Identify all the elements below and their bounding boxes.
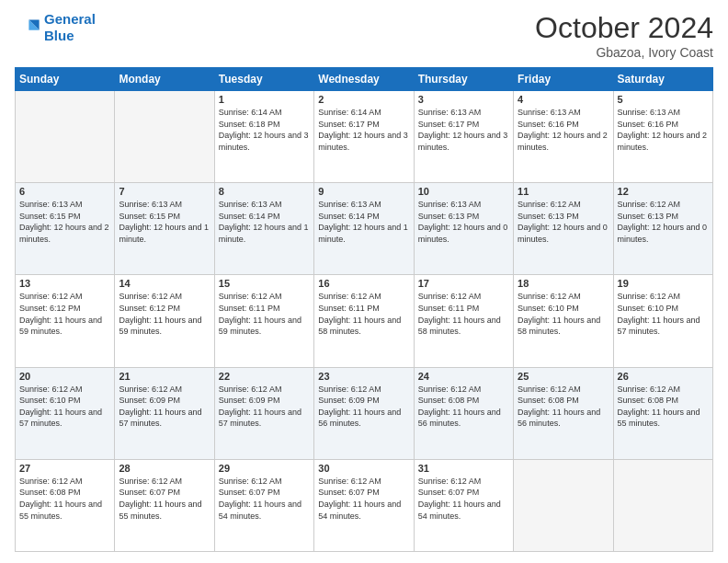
calendar-week-row: 27Sunrise: 6:12 AMSunset: 6:08 PMDayligh… (16, 459, 713, 551)
day-number: 29 (219, 463, 310, 474)
day-number: 5 (618, 94, 709, 105)
header: General Blue October 2024 Gbazoa, Ivory … (15, 11, 713, 60)
day-number: 11 (518, 186, 609, 197)
calendar-cell: 10Sunrise: 6:13 AMSunset: 6:13 PMDayligh… (414, 183, 513, 275)
calendar-cell: 12Sunrise: 6:12 AMSunset: 6:13 PMDayligh… (613, 183, 712, 275)
calendar-cell: 3Sunrise: 6:13 AMSunset: 6:17 PMDaylight… (414, 91, 513, 183)
cell-details: Sunrise: 6:12 AMSunset: 6:09 PMDaylight:… (318, 384, 409, 430)
cell-details: Sunrise: 6:12 AMSunset: 6:12 PMDaylight:… (19, 291, 110, 337)
cell-details: Sunrise: 6:12 AMSunset: 6:07 PMDaylight:… (418, 476, 509, 522)
day-number: 6 (19, 186, 110, 197)
calendar-week-row: 20Sunrise: 6:12 AMSunset: 6:10 PMDayligh… (16, 367, 713, 459)
logo-general: General (44, 11, 96, 27)
calendar-cell: 22Sunrise: 6:12 AMSunset: 6:09 PMDayligh… (214, 367, 313, 459)
day-number: 2 (318, 94, 409, 105)
day-number: 31 (418, 463, 509, 474)
cell-details: Sunrise: 6:12 AMSunset: 6:13 PMDaylight:… (618, 199, 709, 245)
calendar-cell: 27Sunrise: 6:12 AMSunset: 6:08 PMDayligh… (16, 459, 115, 551)
cell-details: Sunrise: 6:12 AMSunset: 6:07 PMDaylight:… (318, 476, 409, 522)
calendar-cell: 24Sunrise: 6:12 AMSunset: 6:08 PMDayligh… (414, 367, 513, 459)
day-number: 10 (418, 186, 509, 197)
calendar-week-row: 1Sunrise: 6:14 AMSunset: 6:18 PMDaylight… (16, 91, 713, 183)
calendar-header-saturday: Saturday (613, 68, 712, 91)
day-number: 27 (19, 463, 110, 474)
calendar-header-monday: Monday (115, 68, 214, 91)
calendar-cell: 31Sunrise: 6:12 AMSunset: 6:07 PMDayligh… (414, 459, 513, 551)
cell-details: Sunrise: 6:14 AMSunset: 6:18 PMDaylight:… (219, 107, 310, 153)
day-number: 12 (618, 186, 709, 197)
cell-details: Sunrise: 6:12 AMSunset: 6:09 PMDaylight:… (219, 384, 310, 430)
calendar-cell: 1Sunrise: 6:14 AMSunset: 6:18 PMDaylight… (214, 91, 313, 183)
day-number: 25 (518, 371, 609, 382)
cell-details: Sunrise: 6:13 AMSunset: 6:16 PMDaylight:… (518, 107, 609, 153)
day-number: 7 (119, 186, 210, 197)
cell-details: Sunrise: 6:14 AMSunset: 6:17 PMDaylight:… (318, 107, 409, 153)
cell-details: Sunrise: 6:12 AMSunset: 6:11 PMDaylight:… (219, 291, 310, 337)
calendar-header-wednesday: Wednesday (314, 68, 414, 91)
calendar-cell: 20Sunrise: 6:12 AMSunset: 6:10 PMDayligh… (16, 367, 115, 459)
day-number: 16 (318, 278, 409, 289)
month-title: October 2024 (535, 11, 713, 45)
page: General Blue October 2024 Gbazoa, Ivory … (0, 0, 728, 563)
day-number: 19 (618, 278, 709, 289)
calendar-cell: 26Sunrise: 6:12 AMSunset: 6:08 PMDayligh… (613, 367, 712, 459)
logo-blue: Blue (44, 28, 74, 43)
calendar-cell: 14Sunrise: 6:12 AMSunset: 6:12 PMDayligh… (115, 275, 214, 367)
calendar-cell (613, 459, 712, 551)
calendar-cell: 13Sunrise: 6:12 AMSunset: 6:12 PMDayligh… (16, 275, 115, 367)
cell-details: Sunrise: 6:12 AMSunset: 6:10 PMDaylight:… (19, 384, 110, 430)
day-number: 3 (418, 94, 509, 105)
calendar-cell: 19Sunrise: 6:12 AMSunset: 6:10 PMDayligh… (613, 275, 712, 367)
day-number: 22 (219, 371, 310, 382)
day-number: 18 (518, 278, 609, 289)
calendar-cell: 30Sunrise: 6:12 AMSunset: 6:07 PMDayligh… (314, 459, 414, 551)
calendar-header-tuesday: Tuesday (214, 68, 313, 91)
calendar-week-row: 13Sunrise: 6:12 AMSunset: 6:12 PMDayligh… (16, 275, 713, 367)
cell-details: Sunrise: 6:12 AMSunset: 6:09 PMDaylight:… (119, 384, 210, 430)
day-number: 28 (119, 463, 210, 474)
cell-details: Sunrise: 6:13 AMSunset: 6:15 PMDaylight:… (119, 199, 210, 245)
calendar-cell: 23Sunrise: 6:12 AMSunset: 6:09 PMDayligh… (314, 367, 414, 459)
cell-details: Sunrise: 6:12 AMSunset: 6:08 PMDaylight:… (618, 384, 709, 430)
day-number: 24 (418, 371, 509, 382)
day-number: 30 (318, 463, 409, 474)
calendar-cell (115, 91, 214, 183)
day-number: 14 (119, 278, 210, 289)
logo-text: General Blue (44, 11, 96, 44)
cell-details: Sunrise: 6:12 AMSunset: 6:07 PMDaylight:… (119, 476, 210, 522)
calendar-header-friday: Friday (514, 68, 613, 91)
cell-details: Sunrise: 6:12 AMSunset: 6:08 PMDaylight:… (518, 384, 609, 430)
calendar-cell: 21Sunrise: 6:12 AMSunset: 6:09 PMDayligh… (115, 367, 214, 459)
cell-details: Sunrise: 6:12 AMSunset: 6:10 PMDaylight:… (518, 291, 609, 337)
cell-details: Sunrise: 6:13 AMSunset: 6:17 PMDaylight:… (418, 107, 509, 153)
calendar-cell (16, 91, 115, 183)
day-number: 23 (318, 371, 409, 382)
calendar-cell: 9Sunrise: 6:13 AMSunset: 6:14 PMDaylight… (314, 183, 414, 275)
calendar-cell: 4Sunrise: 6:13 AMSunset: 6:16 PMDaylight… (514, 91, 613, 183)
logo: General Blue (15, 11, 96, 44)
cell-details: Sunrise: 6:13 AMSunset: 6:15 PMDaylight:… (19, 199, 110, 245)
calendar-cell: 7Sunrise: 6:13 AMSunset: 6:15 PMDaylight… (115, 183, 214, 275)
day-number: 8 (219, 186, 310, 197)
calendar-cell: 16Sunrise: 6:12 AMSunset: 6:11 PMDayligh… (314, 275, 414, 367)
cell-details: Sunrise: 6:12 AMSunset: 6:07 PMDaylight:… (219, 476, 310, 522)
cell-details: Sunrise: 6:13 AMSunset: 6:14 PMDaylight:… (219, 199, 310, 245)
calendar-header-row: SundayMondayTuesdayWednesdayThursdayFrid… (16, 68, 713, 91)
cell-details: Sunrise: 6:12 AMSunset: 6:11 PMDaylight:… (318, 291, 409, 337)
calendar-cell: 11Sunrise: 6:12 AMSunset: 6:13 PMDayligh… (514, 183, 613, 275)
day-number: 9 (318, 186, 409, 197)
day-number: 4 (518, 94, 609, 105)
day-number: 20 (19, 371, 110, 382)
day-number: 1 (219, 94, 310, 105)
day-number: 13 (19, 278, 110, 289)
cell-details: Sunrise: 6:12 AMSunset: 6:08 PMDaylight:… (418, 384, 509, 430)
calendar-cell (514, 459, 613, 551)
calendar-cell: 5Sunrise: 6:13 AMSunset: 6:16 PMDaylight… (613, 91, 712, 183)
cell-details: Sunrise: 6:12 AMSunset: 6:13 PMDaylight:… (518, 199, 609, 245)
cell-details: Sunrise: 6:12 AMSunset: 6:12 PMDaylight:… (119, 291, 210, 337)
subtitle: Gbazoa, Ivory Coast (535, 45, 713, 60)
calendar-cell: 29Sunrise: 6:12 AMSunset: 6:07 PMDayligh… (214, 459, 313, 551)
calendar-week-row: 6Sunrise: 6:13 AMSunset: 6:15 PMDaylight… (16, 183, 713, 275)
cell-details: Sunrise: 6:12 AMSunset: 6:08 PMDaylight:… (19, 476, 110, 522)
calendar-table: SundayMondayTuesdayWednesdayThursdayFrid… (15, 67, 713, 552)
